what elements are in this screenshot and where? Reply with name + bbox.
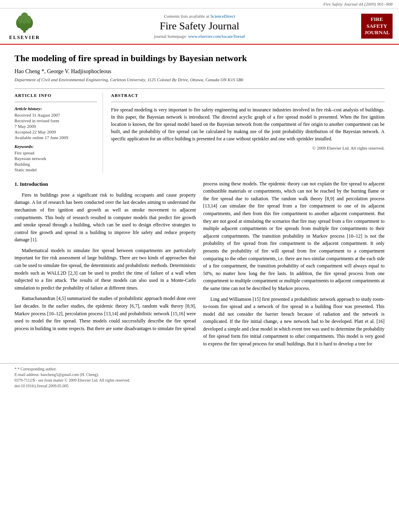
logo-fire: FIRE bbox=[364, 16, 389, 23]
svg-point-5 bbox=[18, 16, 23, 24]
keyword-2: Building bbox=[14, 162, 97, 166]
contents-line: Contents lists available at ScienceDirec… bbox=[43, 14, 356, 18]
keyword-1: Bayesian network bbox=[14, 156, 97, 161]
author-names: Hao Cheng *, George V. Hadjisophocleous bbox=[14, 68, 111, 74]
logo-journal: JOURNAL bbox=[364, 29, 389, 36]
body-two-col: 1. Introduction Fires in buildings pose … bbox=[14, 180, 385, 351]
keywords-label: Keywords: bbox=[14, 144, 97, 149]
homepage-link[interactable]: www.elsevier.com/locate/firesaf bbox=[188, 34, 245, 39]
journal-header: ELSEVIER Contents lists available at Sci… bbox=[0, 8, 399, 45]
page: Fire Safety Journal 44 (2009) 901–908 EL… bbox=[0, 0, 399, 532]
article-title: The modeling of fire spread in buildings… bbox=[14, 53, 385, 64]
abstract-text: Fire spread modeling is very important t… bbox=[111, 106, 385, 142]
section1-heading: 1. Introduction bbox=[14, 180, 196, 188]
abstract-heading: ABSTRACT bbox=[111, 93, 385, 98]
fire-safety-logo: FIRE SAFETY JOURNAL bbox=[356, 14, 393, 39]
footer-note-4: doi:10.1016/j.firesaf.2009.05.005 bbox=[14, 384, 385, 388]
elsevier-wordmark: ELSEVIER bbox=[9, 35, 40, 41]
body-col-left: 1. Introduction Fires in buildings pose … bbox=[14, 180, 196, 351]
svg-point-6 bbox=[26, 16, 31, 24]
citation-text: Fire Safety Journal 44 (2009) 901–908 bbox=[323, 2, 393, 6]
body-col1-p1: Mathematical models to simulate fire spr… bbox=[14, 247, 196, 292]
footer-note-1: * * Corresponding author. bbox=[14, 367, 385, 371]
article-info-heading: ARTICLE INFO bbox=[14, 93, 97, 98]
info-abstract-section: ARTICLE INFO Article history: Received 3… bbox=[14, 88, 385, 173]
elsevier-tree-icon bbox=[12, 12, 37, 34]
elsevier-logo: ELSEVIER bbox=[6, 12, 43, 41]
homepage-line: journal homepage: www.elsevier.com/locat… bbox=[43, 34, 356, 39]
copyright-line: © 2009 Elsevier Ltd. All rights reserved… bbox=[111, 146, 385, 150]
footer-corresponding: * Corresponding author. bbox=[18, 367, 57, 371]
footer-note-2: E-mail address: haocheng5@gmail.com (H. … bbox=[14, 372, 385, 377]
body-col-right: process using these models. The epidemic… bbox=[203, 180, 385, 351]
info-divider bbox=[14, 102, 97, 102]
body-col1-p0: Fires in buildings pose a significant ri… bbox=[14, 191, 196, 244]
history-item-0: Received 31 August 2007 bbox=[14, 113, 97, 117]
footnote-star: * bbox=[14, 367, 16, 371]
footer: * * Corresponding author. E-mail address… bbox=[0, 363, 399, 391]
fire-safety-box: FIRE SAFETY JOURNAL bbox=[361, 14, 393, 39]
journal-title-header: Fire Safety Journal bbox=[43, 20, 356, 32]
history-item-2: 7 May 2009 bbox=[14, 124, 97, 129]
abstract-divider bbox=[111, 102, 385, 102]
body-col2-p0: process using these models. The epidemic… bbox=[203, 180, 385, 292]
history-label: Article history: bbox=[14, 106, 97, 111]
citation-bar: Fire Safety Journal 44 (2009) 901–908 bbox=[0, 0, 399, 8]
article-info: ARTICLE INFO Article history: Received 3… bbox=[14, 93, 103, 173]
affiliation: Department of Civil and Environmental En… bbox=[14, 77, 385, 82]
history-item-4: Available online 17 June 2009 bbox=[14, 135, 97, 140]
article-body: The modeling of fire spread in buildings… bbox=[0, 45, 399, 363]
journal-center: Contents lists available at ScienceDirec… bbox=[43, 14, 356, 39]
keyword-0: Fire spread bbox=[14, 150, 97, 155]
footer-note-3: 0379-7112/$ - see front matter © 2009 El… bbox=[14, 378, 385, 382]
keyword-3: Static model bbox=[14, 167, 97, 172]
authors: Hao Cheng *, George V. Hadjisophocleous bbox=[14, 68, 385, 75]
body-col1-p2: Ramachanandran [4,5] summarized the stud… bbox=[14, 295, 196, 332]
history-item-1: Received in revised form bbox=[14, 118, 97, 123]
abstract-section: ABSTRACT Fire spread modeling is very im… bbox=[111, 93, 385, 173]
logo-safety: SAFETY bbox=[364, 23, 389, 30]
body-col2-p1: Ling and Williamson [15] first presented… bbox=[203, 296, 385, 348]
sciencedirect-link[interactable]: ScienceDirect bbox=[210, 14, 235, 18]
history-item-3: Accepted 22 May 2009 bbox=[14, 129, 97, 134]
